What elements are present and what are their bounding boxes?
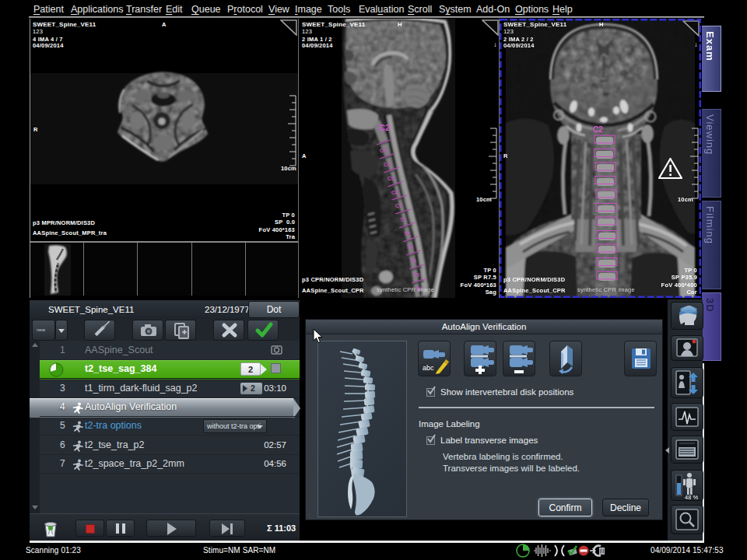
svg-text:T3: T3 bbox=[407, 244, 413, 250]
svg-text:T5: T5 bbox=[413, 272, 419, 278]
svg-text:C6: C6 bbox=[391, 190, 398, 195]
svg-text:T2: T2 bbox=[404, 231, 410, 236]
svg-text:48 %: 48 % bbox=[685, 494, 698, 500]
svg-text:C2: C2 bbox=[379, 123, 390, 132]
svg-text:C5: C5 bbox=[388, 176, 395, 181]
svg-text:abc: abc bbox=[423, 364, 434, 372]
svg-text:C3: C3 bbox=[380, 148, 387, 153]
svg-text:C4: C4 bbox=[384, 162, 391, 167]
svg-text:C7: C7 bbox=[395, 203, 402, 208]
svg-text:T4: T4 bbox=[410, 258, 416, 264]
svg-text:new: new bbox=[37, 327, 46, 332]
svg-text:T1: T1 bbox=[400, 217, 406, 222]
